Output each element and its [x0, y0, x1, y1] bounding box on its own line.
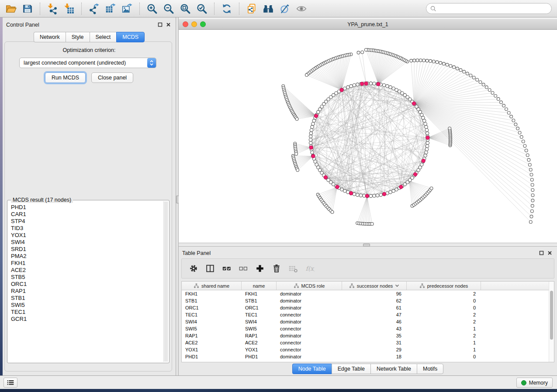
network-node-selected[interactable]	[340, 88, 343, 92]
network-node-selected[interactable]	[377, 82, 380, 86]
select-all-button[interactable]	[220, 262, 233, 275]
table-row[interactable]: PHD1PHD1dominator180	[182, 353, 554, 360]
graphics-details-button[interactable]	[277, 2, 292, 16]
network-node-selected[interactable]	[309, 146, 313, 149]
float-panel-icon[interactable]	[158, 22, 163, 28]
network-node-selected[interactable]	[413, 172, 417, 176]
network-node-selected[interactable]	[336, 185, 339, 189]
column-layout-button[interactable]	[204, 262, 217, 275]
optimization-select[interactable]: largest connected component (undirected)	[19, 58, 156, 68]
save-button[interactable]	[20, 2, 35, 16]
import-network-button[interactable]	[45, 2, 60, 16]
mcds-list-item[interactable]: RAP1	[8, 288, 163, 295]
network-node-selected[interactable]	[349, 192, 353, 195]
network-node-selected[interactable]	[422, 159, 425, 162]
network-node-selected[interactable]	[399, 185, 403, 189]
window-close-icon[interactable]	[183, 21, 188, 27]
mcds-list-item[interactable]: STB5	[8, 274, 163, 281]
import-table-button[interactable]	[62, 2, 76, 16]
network-node-selected[interactable]	[360, 82, 364, 86]
share-document-button[interactable]	[244, 2, 259, 16]
window-zoom-icon[interactable]	[200, 21, 206, 27]
open-button[interactable]	[3, 2, 18, 16]
zoom-in-button[interactable]	[145, 2, 159, 16]
table-scrollbar-thumb[interactable]	[550, 291, 553, 340]
mcds-list-item[interactable]: TEC1	[8, 309, 163, 316]
tab-select[interactable]: Select	[90, 32, 117, 42]
table-row[interactable]: SWI4SWI4dominator462	[182, 318, 554, 325]
column-header-successor-nodes[interactable]: successor nodes	[342, 282, 407, 290]
zoom-selected-button[interactable]	[194, 2, 209, 16]
horizontal-splitter[interactable]	[179, 243, 557, 247]
deselect-all-button[interactable]	[237, 262, 250, 275]
float-table-panel-icon[interactable]	[539, 251, 544, 256]
network-node-selected[interactable]	[365, 194, 369, 198]
network-canvas[interactable]	[179, 30, 557, 243]
network-node-selected[interactable]	[426, 136, 429, 139]
show-eye-button[interactable]	[294, 2, 309, 16]
network-node-selected[interactable]	[314, 114, 318, 117]
search-input[interactable]	[439, 5, 548, 12]
tab-network-table[interactable]: Network Table	[370, 364, 417, 374]
table-scrollbar[interactable]	[549, 282, 554, 362]
close-table-panel-icon[interactable]	[547, 251, 553, 256]
network-node-selected[interactable]	[311, 155, 315, 158]
table-row[interactable]: FKH1FKH1dominator962	[182, 290, 554, 297]
close-panel-button[interactable]: Close panel	[91, 72, 133, 83]
function-builder-button[interactable]: f(x)	[303, 262, 316, 275]
mcds-list-item[interactable]: CAR1	[8, 211, 163, 218]
network-window-titlebar[interactable]: YPA_prune.txt_1	[179, 19, 557, 30]
refresh-layout-button[interactable]	[219, 2, 234, 16]
network-node-selected[interactable]	[324, 175, 327, 179]
table-row[interactable]: STB1STB1dominator620	[182, 297, 554, 304]
table-row[interactable]: SWI5SWI5connector431	[182, 325, 554, 332]
network-node-selected[interactable]	[412, 102, 415, 105]
table-row[interactable]: TEC1TEC1connector472	[182, 311, 554, 318]
mcds-list-item[interactable]: PMA2	[8, 253, 163, 260]
column-header-name[interactable]: name	[242, 282, 277, 290]
table-row[interactable]: RAP1RAP1dominator352	[182, 332, 554, 339]
delete-column-button[interactable]	[270, 262, 283, 275]
export-image-button[interactable]	[120, 2, 135, 16]
tab-motifs[interactable]: Motifs	[417, 364, 443, 374]
run-mcds-button[interactable]: Run MCDS	[45, 72, 86, 83]
table-settings-button[interactable]	[187, 262, 200, 275]
export-table-button[interactable]	[103, 2, 118, 16]
mcds-list-scrollbar[interactable]	[163, 201, 168, 362]
tab-style[interactable]: Style	[66, 32, 90, 42]
tab-network[interactable]: Network	[34, 32, 66, 42]
search-network-button[interactable]	[261, 2, 276, 16]
window-minimize-icon[interactable]	[191, 21, 197, 27]
delete-table-button[interactable]	[287, 262, 300, 275]
vertical-splitter[interactable]	[176, 17, 179, 375]
network-canvas-svg[interactable]	[179, 30, 557, 243]
column-header-shared-name[interactable]: shared name	[182, 282, 242, 290]
mcds-list-item[interactable]: ACE2	[8, 267, 163, 274]
mcds-list-item[interactable]: STP4	[8, 218, 163, 225]
mcds-list-item[interactable]: ORC1	[8, 281, 163, 288]
table-row[interactable]: YOX1YOX1connector291	[182, 346, 554, 353]
network-node-selected[interactable]	[364, 82, 368, 85]
close-panel-icon[interactable]	[166, 22, 171, 28]
tab-edge-table[interactable]: Edge Table	[332, 364, 370, 374]
memory-button[interactable]: Memory	[516, 378, 553, 388]
table-row[interactable]: ORC1ORC1dominator610	[182, 304, 554, 311]
column-header-MCDS-role[interactable]: MCDS role	[277, 282, 342, 290]
zoom-fit-button[interactable]	[178, 2, 193, 16]
mcds-list-item[interactable]: FKH1	[8, 260, 163, 267]
mcds-list-item[interactable]: YOX1	[8, 232, 163, 239]
mcds-list-item[interactable]: SWI4	[8, 239, 163, 246]
export-network-button[interactable]	[86, 2, 101, 16]
horizontal-splitter-grip[interactable]	[363, 244, 370, 247]
mcds-list-item[interactable]: STB1	[8, 295, 163, 302]
tab-mcds[interactable]: MCDS	[116, 32, 145, 42]
add-column-button[interactable]	[253, 262, 266, 275]
mcds-list-item[interactable]: SRD1	[8, 246, 163, 253]
tab-node-table[interactable]: Node Table	[292, 364, 332, 374]
column-header-predecessor-nodes[interactable]: predecessor nodes	[407, 282, 481, 290]
mcds-list-item[interactable]: PHD1	[8, 204, 163, 211]
status-menu-button[interactable]	[3, 378, 17, 388]
table-row[interactable]: ACE2ACE2connector311	[182, 339, 554, 346]
zoom-out-button[interactable]	[161, 2, 176, 16]
network-node-selected[interactable]	[383, 192, 386, 196]
